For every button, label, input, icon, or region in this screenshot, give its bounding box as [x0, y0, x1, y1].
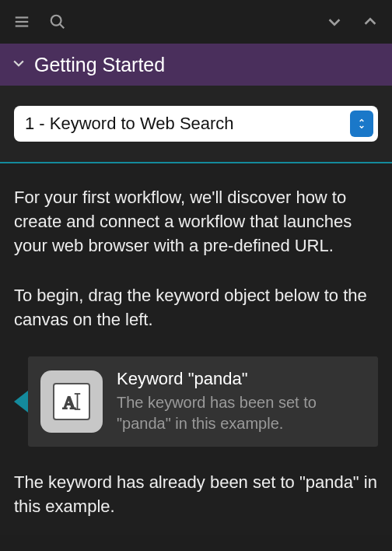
keyword-object-title: Keyword "panda" [117, 369, 364, 389]
keyword-object-card[interactable]: A Keyword "panda" The keyword has been s… [28, 356, 378, 447]
section-collapse-icon [11, 55, 26, 74]
keyword-object-subtitle: The keyword has been set to "panda" in t… [117, 392, 364, 434]
svg-text:A: A [63, 393, 76, 412]
intro-paragraph-2: To begin, drag the keyword object below … [14, 283, 378, 332]
intro-paragraph-1: For your first workflow, we'll discover … [14, 185, 378, 258]
section-title: Getting Started [34, 54, 165, 76]
chevron-down-icon[interactable] [324, 11, 345, 33]
chevron-up-icon[interactable] [359, 11, 381, 33]
toolbar [0, 0, 392, 44]
svg-point-3 [51, 16, 61, 26]
select-stepper-icon[interactable] [350, 111, 373, 137]
svg-line-4 [60, 24, 65, 29]
menu-icon[interactable] [11, 11, 33, 33]
text-cursor-icon: A [53, 383, 90, 420]
intro-paragraph-3: The keyword has already been set to "pan… [14, 470, 378, 518]
keyword-object-text: Keyword "panda" The keyword has been set… [117, 369, 364, 434]
section-header[interactable]: Getting Started [0, 44, 392, 86]
workflow-select[interactable]: 1 - Keyword to Web Search [14, 106, 378, 142]
keyword-object-row: A Keyword "panda" The keyword has been s… [14, 356, 378, 447]
search-icon[interactable] [47, 11, 68, 33]
drag-arrow-icon [14, 391, 28, 412]
keyword-object-icon: A [40, 370, 103, 433]
content-area: For your first workflow, we'll discover … [0, 163, 392, 535]
workflow-select-area: 1 - Keyword to Web Search [0, 86, 392, 163]
workflow-select-label: 1 - Keyword to Web Search [25, 114, 342, 134]
